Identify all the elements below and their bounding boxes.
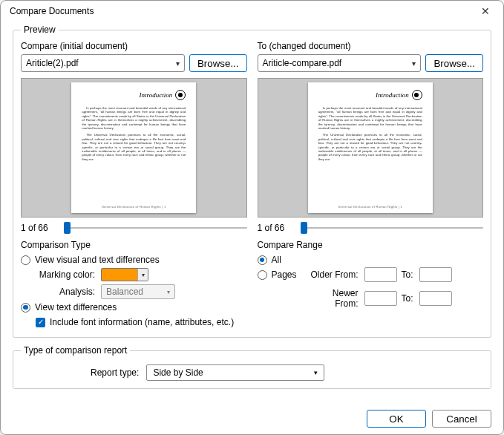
close-button[interactable]: ✕ [471,1,500,22]
compare-file-dropdown[interactable]: Ariticle(2).pdf ▾ [21,54,185,72]
preview-group: Preview Compare (initial document) Ariti… [13,24,491,338]
to-browse-button[interactable]: Browse... [425,54,483,72]
comparison-type-section: Comparison Type View visual and text dif… [21,240,247,330]
radio-icon [21,255,30,265]
compare-page-counter: 1 of 66 [21,223,58,233]
radio-range-all[interactable]: All [258,255,484,265]
older-from-label: Older From: [310,269,361,280]
include-font-label: Include font information (name, attribut… [50,317,234,327]
compare-page-thumbnail: Introduction Is perhaps the most resonan… [71,82,196,213]
close-icon: ✕ [481,5,490,17]
dialog-title: Compare Documents [10,6,94,16]
marking-color-label: Marking color: [36,269,95,280]
checkbox-checked-icon: ✓ [36,318,45,327]
radio-text-only[interactable]: View text differences [21,302,247,313]
compare-filename: Ariticle(2).pdf [26,58,79,68]
chevron-down-icon: ▾ [314,369,318,376]
chevron-down-icon: ▾ [137,269,148,281]
compare-browse-button[interactable]: Browse... [189,54,247,72]
radio-range-pages-label: Pages [272,269,297,280]
newer-from-label: Newer From: [310,288,361,309]
radio-range-all-label: All [272,255,281,265]
comparison-type-title: Comparison Type [21,240,247,250]
page-header: Introduction [140,91,173,99]
cancel-button[interactable]: Cancel [432,410,491,428]
radio-visual-text-label: View visual and text differences [35,255,160,265]
slider-thumb[interactable] [64,222,71,234]
include-font-checkbox[interactable]: ✓ Include font information (name, attrib… [36,317,247,327]
page-header: Introduction [376,91,409,99]
compare-label: Compare (initial document) [21,41,247,51]
report-type-value: Side by Side [153,367,203,378]
dialog-footer: OK Cancel [1,402,503,435]
to-page-counter: 1 of 66 [258,223,295,233]
radio-icon [258,255,267,265]
slider-track [301,227,484,229]
compare-documents-dialog: Compare Documents ✕ Preview Compare (ini… [0,0,504,435]
chevron-down-icon: ▾ [412,59,416,68]
report-type-group: Type of comparison report Report type: S… [13,345,491,389]
compare-page-slider[interactable] [64,222,247,234]
newer-from-input[interactable] [364,291,397,306]
older-from-input[interactable] [364,267,397,282]
radio-icon [21,303,30,313]
analysis-value: Balanced [106,287,143,297]
to-page-thumbnail: Introduction Is perhaps the most resonan… [308,82,433,213]
analysis-select[interactable]: Balanced ▾ [101,284,175,299]
dialog-content: Preview Compare (initial document) Ariti… [1,22,503,402]
to-preview: Introduction Is perhaps the most resonan… [258,78,484,218]
compare-range-section: Compare Range All Pages Older From: To: [258,240,484,330]
report-type-select[interactable]: Side by Side ▾ [146,364,324,381]
thumb-paragraph: Is perhaps the most resonant and beautif… [318,106,422,130]
radio-text-only-label: View text differences [35,302,117,313]
compare-column: Compare (initial document) Ariticle(2).p… [21,41,247,234]
newer-to-input[interactable] [419,291,452,306]
thumb-footer: Universal Declaration of Human Rights | … [82,205,186,209]
older-to-input[interactable] [419,267,452,282]
to-column: To (changed document) Ariticle-compare.p… [258,41,484,234]
titlebar: Compare Documents ✕ [1,1,503,22]
preview-legend: Preview [21,24,59,35]
newer-to-label: To: [400,293,416,304]
compare-preview: Introduction Is perhaps the most resonan… [21,78,247,218]
thumb-paragraph: Is perhaps the most resonant and beautif… [82,106,186,130]
radio-visual-text[interactable]: View visual and text differences [21,255,247,265]
report-type-legend: Type of comparison report [21,345,130,356]
chevron-down-icon: ▾ [167,289,170,295]
compare-range-title: Compare Range [258,240,484,250]
chevron-down-icon: ▾ [176,59,180,68]
report-type-label: Report type: [91,367,139,378]
slider-track [64,227,247,229]
analysis-label: Analysis: [36,287,95,297]
radio-icon [258,270,267,280]
slider-thumb[interactable] [301,222,307,234]
ok-button[interactable]: OK [367,410,426,428]
thumb-paragraph: The Universal Declaration promises to al… [318,133,422,161]
to-file-dropdown[interactable]: Ariticle-compare.pdf ▾ [258,54,422,72]
document-logo-icon [412,90,422,100]
to-page-slider[interactable] [301,222,484,234]
to-label: To (changed document) [258,41,484,51]
thumb-paragraph: The Universal Declaration promises to al… [82,133,186,161]
thumb-footer: Universal Declaration of Human Rights | … [318,205,422,209]
older-to-label: To: [400,269,416,280]
document-logo-icon [175,90,186,100]
to-filename: Ariticle-compare.pdf [263,58,342,68]
marking-color-picker[interactable]: ▾ [101,268,148,281]
